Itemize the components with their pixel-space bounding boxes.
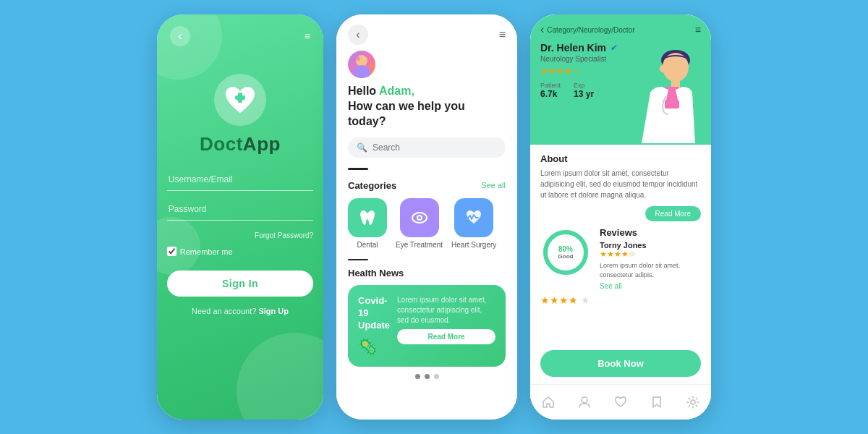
nav-user[interactable] (573, 391, 596, 414)
deco-circle-1 (157, 14, 222, 80)
news-body: Lorem ipsum dolor sit amet, consectetur … (397, 295, 495, 326)
reviews-area: 80% Good Reviews Torny Jones ★★★★☆ Lorem… (540, 227, 701, 306)
heart-label: Heart Surgery (451, 241, 496, 249)
eye-icon (400, 198, 439, 237)
home-header: ‹ ≡ (336, 14, 517, 51)
logo-area: DoctApp (200, 74, 281, 156)
doctor-top: ‹ Category/Neurology/Doctor ≡ Dr. Helen … (530, 14, 711, 145)
exp-stat: Exp 13 yr (574, 82, 594, 99)
user-avatar (348, 51, 375, 78)
forgot-row: Forgot Password? (167, 228, 313, 241)
menu-button-doctor[interactable]: ≡ (695, 24, 701, 35)
reviewer-name: Torny Jones (600, 241, 701, 250)
heart-surgery-icon (454, 198, 493, 237)
nav-settings[interactable] (681, 391, 705, 414)
health-news-area: Health News (348, 259, 506, 280)
signin-button[interactable]: Sign In (167, 271, 313, 297)
see-all-reviews-link[interactable]: See all (600, 282, 701, 290)
categories-header: Categories See all (348, 180, 506, 191)
doctor-name-row: Dr. Helen Kim ✔ (540, 42, 618, 54)
patient-label: Patient (540, 82, 561, 89)
app-title: DoctApp (200, 133, 281, 156)
doctor-name: Dr. Helen Kim (540, 42, 606, 54)
progress-circle: 80% Good (540, 227, 591, 278)
dental-label: Dental (357, 241, 378, 249)
nav-home[interactable] (537, 391, 560, 414)
doctor-details: Dr. Helen Kim ✔ Neurology Specialist ★★★… (540, 42, 618, 136)
carousel-dots (348, 374, 506, 379)
doctor-specialty: Neurology Specialist (540, 55, 618, 63)
greeting-name: Adam, (379, 85, 414, 97)
about-text: Lorem ipsum dolor sit amet, consectetur … (540, 168, 701, 200)
categories-see-all[interactable]: See all (481, 181, 506, 190)
bottom-nav (530, 384, 711, 420)
home-icon (542, 396, 555, 409)
no-account-text: Need an account? (192, 307, 256, 315)
book-now-button[interactable]: Book Now (540, 350, 701, 377)
menu-button[interactable]: ≡ (305, 30, 310, 42)
bottom-star-empty: ★ (581, 294, 590, 306)
search-input[interactable] (373, 142, 497, 153)
section-divider (348, 168, 368, 170)
back-button-doctor[interactable]: ‹ (540, 23, 544, 36)
password-input[interactable] (167, 198, 313, 221)
health-news-card: Covid-19Update 🦠 Lorem ipsum dolor sit a… (348, 285, 506, 367)
greeting-text: Hello Adam, How can we help you today? (348, 84, 506, 129)
news-divider (348, 259, 368, 261)
category-dental[interactable]: Dental (348, 198, 387, 249)
remember-row: Remember me (167, 247, 313, 256)
read-more-button[interactable]: Read More (645, 206, 701, 221)
book-now-row: Book Now (530, 343, 711, 384)
reviews-right: Reviews Torny Jones ★★★★☆ Lorem ipsum do… (600, 227, 701, 290)
settings-icon (686, 396, 699, 409)
remember-checkbox[interactable] (167, 247, 176, 256)
reviewer-stars: ★★★★☆ (600, 250, 701, 259)
back-button-home[interactable]: ‹ (348, 25, 368, 45)
signup-link-text[interactable]: Sign Up (258, 307, 289, 315)
news-read-more-button[interactable]: Read More (397, 329, 495, 344)
home-screen: ‹ ≡ Hello Adam, How can we help you toda… (336, 14, 517, 420)
user-icon (578, 396, 591, 409)
progress-percent: 80% (558, 245, 574, 253)
menu-button-home[interactable]: ≡ (499, 28, 506, 41)
svg-point-7 (418, 216, 421, 219)
search-icon: 🔍 (357, 142, 367, 153)
greeting-sub: How can we help you today? (348, 100, 465, 127)
svg-point-4 (356, 56, 360, 61)
home-content: Hello Adam, How can we help you today? 🔍… (336, 51, 517, 420)
avatar-icon (348, 51, 375, 78)
nav-bookmark[interactable] (645, 391, 668, 414)
svg-point-16 (691, 400, 695, 404)
phone-login: ‹ ≡ DoctApp Forgot Password? (157, 14, 323, 420)
nav-heart[interactable] (609, 391, 632, 414)
virus-icon: 🦠 (358, 338, 390, 357)
doctor-body: About Lorem ipsum dolor sit amet, consec… (530, 145, 711, 343)
exp-value: 13 yr (574, 89, 594, 99)
login-screen: ‹ ≡ DoctApp Forgot Password? (157, 14, 323, 420)
svg-point-15 (582, 397, 587, 403)
news-title: Covid-19Update (358, 295, 390, 332)
review-text: Lorem ipsum dolor sit amet, consectetur … (600, 261, 701, 279)
dot-1 (415, 374, 420, 379)
phone-doctor: ‹ Category/Neurology/Doctor ≡ Dr. Helen … (530, 14, 711, 420)
svg-rect-1 (235, 95, 245, 100)
bottom-stars-display: ★★★★ (540, 294, 578, 306)
login-header: ‹ ≡ (157, 26, 323, 46)
doctor-avatar (636, 42, 701, 136)
username-input[interactable] (167, 169, 313, 191)
eye-svg-icon (409, 208, 430, 228)
doctor-stars: ★★★★☆ (540, 66, 618, 76)
category-heart[interactable]: Heart Surgery (451, 198, 496, 249)
greeting-area: Hello Adam, How can we help you today? (348, 84, 506, 129)
bookmark-icon (650, 396, 663, 409)
category-eye[interactable]: Eye Treatment (396, 198, 443, 249)
back-button[interactable]: ‹ (170, 26, 190, 46)
forgot-password-link[interactable]: Forgot Password? (255, 231, 313, 239)
search-bar[interactable]: 🔍 (348, 137, 506, 158)
doctor-nav: ‹ Category/Neurology/Doctor ≡ (540, 23, 701, 36)
breadcrumb: Category/Neurology/Doctor (547, 26, 634, 34)
svg-point-10 (660, 65, 665, 72)
remember-label: Remember me (180, 247, 233, 256)
heart-pulse-icon (464, 208, 484, 228)
progress-text: 80% Good (558, 245, 574, 260)
